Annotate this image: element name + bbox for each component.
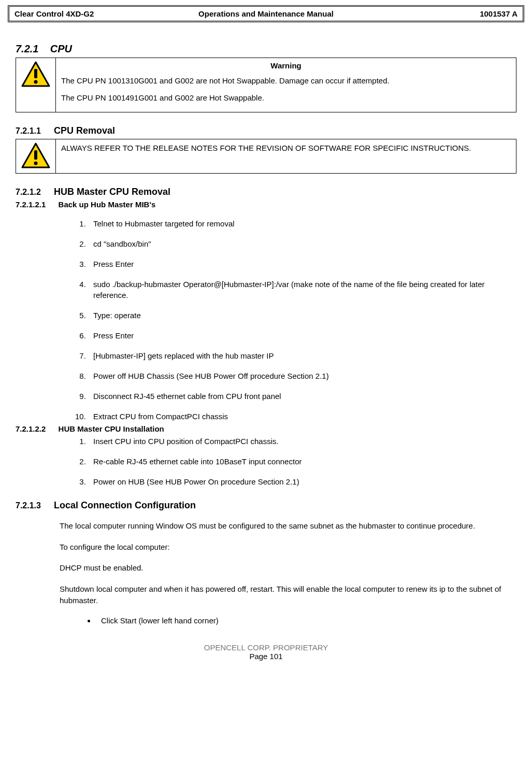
paragraph: The local computer running Window OS mus…: [60, 520, 516, 532]
svg-rect-1: [34, 69, 37, 78]
paragraph: DHCP must be enabled.: [60, 562, 516, 574]
warning-line-2: The CPU PN 1001491G001 and G002 are Hot …: [61, 92, 511, 104]
list-item: Type: operate: [88, 310, 509, 321]
list-item: Telnet to Hubmaster targeted for removal: [88, 218, 509, 229]
list-item: sudo ./backup-hubmaster Operator@[Hubmas…: [88, 279, 509, 301]
heading-7-2-1-1: 7.2.1.1 CPU Removal: [16, 125, 524, 136]
footer-proprietary: OPENCELL CORP. PROPRIETARY: [8, 643, 524, 652]
steps-list-2: Insert CPU into CPU position of CompactP…: [88, 436, 509, 487]
warning-triangle-icon: [21, 142, 50, 170]
warning-triangle-icon: [21, 61, 50, 89]
list-item: Insert CPU into CPU position of CompactP…: [88, 436, 509, 447]
warning-body: Warning The CPU PN 1001310G001 and G002 …: [56, 58, 516, 112]
list-item: Click Start (lower left hand corner): [96, 616, 524, 625]
heading-7-2-1-2: 7.2.1.2 HUB Master CPU Removal: [16, 187, 524, 197]
heading-number: 7.2.1.2.2: [16, 424, 46, 433]
warning-icon-cell: [16, 139, 56, 174]
list-item: Press Enter: [88, 259, 509, 269]
heading-title: HUB Master CPU Removal: [54, 187, 170, 197]
list-item: Power off HUB Chassis (See HUB Power Off…: [88, 370, 509, 381]
svg-point-2: [34, 80, 38, 84]
list-item: Press Enter: [88, 330, 509, 341]
warning-box-1: Warning The CPU PN 1001310G001 and G002 …: [16, 58, 516, 112]
footer-page-number: Page 101: [8, 652, 524, 661]
heading-7-2-1-3: 7.2.1.3 Local Connection Configuration: [16, 500, 524, 511]
bullet-list: Click Start (lower left hand corner): [96, 616, 524, 625]
list-item: Extract CPU from CompactPCI chassis: [88, 411, 509, 422]
header-center: Operations and Maintenance Manual: [140, 9, 392, 18]
svg-rect-4: [34, 150, 37, 160]
list-item: [Hubmaster-IP] gets replaced with the hu…: [88, 350, 509, 361]
heading-title: CPU: [50, 43, 72, 54]
heading-title: CPU Removal: [54, 125, 115, 136]
heading-7-2-1-2-1: 7.2.1.2.1 Back up Hub Master MIB's: [16, 200, 524, 209]
paragraph: Shutdown local computer and when it has …: [60, 583, 516, 607]
warning-body: ALWAYS REFER TO THE RELEASE NOTES FOR TH…: [56, 139, 516, 174]
list-item: Power on HUB (See HUB Power On procedure…: [88, 476, 509, 487]
warning-icon-cell: [16, 58, 56, 112]
heading-title: Local Connection Configuration: [54, 500, 196, 510]
page-header: Clear Control 4XD-G2 Operations and Main…: [8, 5, 524, 22]
heading-7-2-1-2-2: 7.2.1.2.2 HUB Master CPU Installation: [16, 424, 524, 433]
header-left: Clear Control 4XD-G2: [15, 9, 140, 18]
steps-list-1: Telnet to Hubmaster targeted for removal…: [88, 218, 509, 422]
paragraph: To configure the local computer:: [60, 541, 516, 553]
heading-title: Back up Hub Master MIB's: [59, 200, 156, 209]
heading-title: HUB Master CPU Installation: [59, 424, 164, 433]
heading-number: 7.2.1.1: [16, 126, 41, 135]
warning-title: Warning: [61, 61, 511, 70]
header-right: 1001537 A: [392, 9, 517, 18]
svg-point-5: [34, 162, 38, 165]
warning-box-2: ALWAYS REFER TO THE RELEASE NOTES FOR TH…: [16, 139, 516, 174]
page-footer: OPENCELL CORP. PROPRIETARY Page 101: [8, 643, 524, 661]
warning-line-1: The CPU PN 1001310G001 and G002 are not …: [61, 75, 511, 87]
heading-number: 7.2.1.3: [16, 501, 41, 510]
heading-7-2-1: 7.2.1 CPU: [16, 43, 524, 55]
heading-number: 7.2.1.2.1: [16, 200, 46, 209]
warning-text: ALWAYS REFER TO THE RELEASE NOTES FOR TH…: [61, 144, 471, 152]
list-item: Re-cable RJ-45 ethernet cable into 10Bas…: [88, 456, 509, 467]
heading-number: 7.2.1.2: [16, 188, 41, 196]
list-item: cd "sandbox/bin": [88, 238, 509, 249]
list-item: Disconnect RJ-45 ethernet cable from CPU…: [88, 391, 509, 402]
heading-number: 7.2.1: [16, 43, 38, 54]
